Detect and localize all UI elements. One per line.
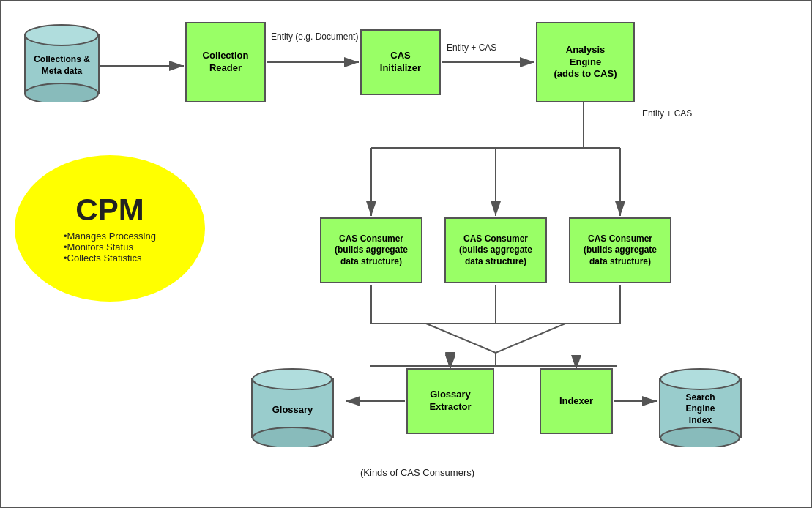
svg-point-28 <box>25 83 98 102</box>
cas-consumer-3-box: CAS Consumer(builds aggregatedata struct… <box>569 217 671 283</box>
cas-initializer-label: CASInitializer <box>380 50 421 75</box>
glossary-extractor-label: GlossaryExtractor <box>429 389 471 414</box>
search-engine-index-cylinder: SearchEngineIndex <box>658 366 742 447</box>
kinds-label: (Kinds of CAS Consumers) <box>360 466 474 479</box>
entity-cas-top-label: Entity + CAS <box>447 42 496 54</box>
cas-consumer-3-label: CAS Consumer(builds aggregatedata struct… <box>584 234 657 268</box>
svg-point-34 <box>660 427 740 447</box>
glossary-cylinder: Glossary <box>250 366 335 447</box>
svg-point-27 <box>25 25 98 45</box>
indexer-box: Indexer <box>540 368 613 434</box>
collections-cylinder: Collections & Meta data <box>23 22 100 102</box>
cpm-bullet-1: •Manages Processing <box>64 231 156 242</box>
entity-doc-label: Entity (e.g. Document) <box>271 31 358 43</box>
analysis-engine-label: AnalysisEngine(adds to CAS) <box>554 44 617 81</box>
cpm-bullets: •Manages Processing •Monitors Status •Co… <box>64 231 156 264</box>
analysis-engine-box: AnalysisEngine(adds to CAS) <box>536 22 635 102</box>
svg-marker-14 <box>426 324 565 353</box>
indexer-label: Indexer <box>559 395 593 408</box>
cpm-title: CPM <box>75 193 144 227</box>
cpm-bullet-2: •Monitors Status <box>64 242 156 253</box>
cas-consumer-2-box: CAS Consumer(builds aggregatedata struct… <box>444 217 547 283</box>
cas-initializer-box: CASInitializer <box>360 29 441 95</box>
cpm-bullet-3: •Collects Statistics <box>64 253 156 264</box>
glossary-label: Glossary <box>272 404 313 417</box>
search-engine-index-label: SearchEngineIndex <box>685 392 715 427</box>
cas-consumer-2-label: CAS Consumer(builds aggregatedata struct… <box>459 234 532 268</box>
cpm-ellipse: CPM •Manages Processing •Monitors Status… <box>15 155 205 302</box>
svg-point-33 <box>660 369 740 389</box>
collections-label: Collections & Meta data <box>23 54 100 77</box>
collection-reader-label: CollectionReader <box>203 50 249 75</box>
svg-point-31 <box>253 427 332 447</box>
cas-consumer-1-label: CAS Consumer(builds aggregatedata struct… <box>335 234 408 268</box>
cas-consumer-1-box: CAS Consumer(builds aggregatedata struct… <box>320 217 422 283</box>
collection-reader-box: CollectionReader <box>185 22 266 102</box>
diagram: Collections & Meta data CollectionReader… <box>0 0 812 508</box>
glossary-extractor-box: GlossaryExtractor <box>406 368 494 434</box>
svg-point-30 <box>253 369 332 389</box>
entity-cas-right-label: Entity + CAS <box>642 108 692 120</box>
